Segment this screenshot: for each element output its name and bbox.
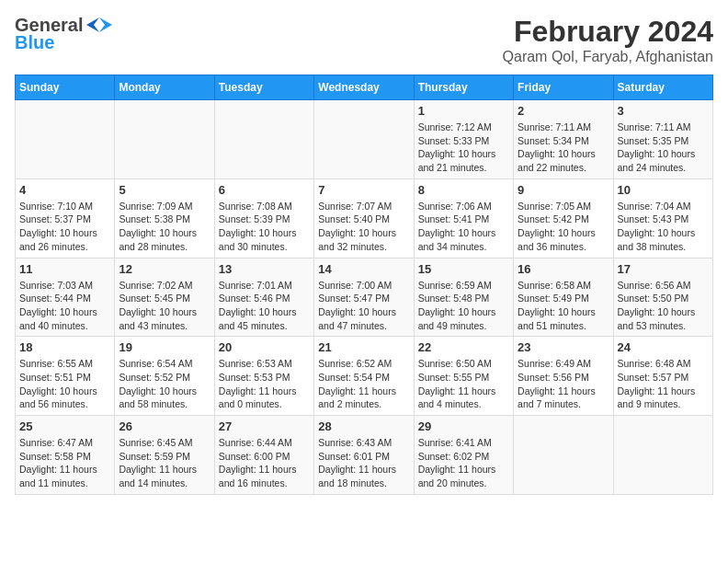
day-number: 20 bbox=[219, 340, 310, 354]
day-number: 23 bbox=[518, 340, 609, 354]
day-number: 14 bbox=[318, 262, 409, 276]
header-friday: Friday bbox=[514, 75, 613, 100]
day-number: 9 bbox=[518, 183, 609, 197]
header-monday: Monday bbox=[115, 75, 214, 100]
calendar-cell-w4-d6: 23Sunrise: 6:49 AMSunset: 5:56 PMDayligh… bbox=[514, 337, 613, 416]
day-info: Sunrise: 6:41 AMSunset: 6:02 PMDaylight:… bbox=[418, 436, 509, 490]
day-info: Sunrise: 6:44 AMSunset: 6:00 PMDaylight:… bbox=[219, 436, 310, 490]
day-info: Sunrise: 6:43 AMSunset: 6:01 PMDaylight:… bbox=[318, 436, 409, 490]
svg-marker-1 bbox=[86, 17, 99, 32]
calendar-cell-w2-d7: 10Sunrise: 7:04 AMSunset: 5:43 PMDayligh… bbox=[613, 178, 712, 258]
day-info: Sunrise: 7:07 AMSunset: 5:40 PMDaylight:… bbox=[318, 200, 409, 254]
calendar-cell-w4-d2: 19Sunrise: 6:54 AMSunset: 5:52 PMDayligh… bbox=[115, 337, 214, 416]
day-number: 6 bbox=[219, 183, 310, 197]
calendar-week-1: 1Sunrise: 7:12 AMSunset: 5:33 PMDaylight… bbox=[16, 100, 713, 179]
day-info: Sunrise: 7:03 AMSunset: 5:44 PMDaylight:… bbox=[19, 279, 110, 333]
calendar-cell-w1-d2 bbox=[115, 100, 214, 179]
day-number: 8 bbox=[418, 183, 509, 197]
calendar-cell-w2-d3: 6Sunrise: 7:08 AMSunset: 5:39 PMDaylight… bbox=[214, 178, 313, 258]
day-number: 24 bbox=[618, 340, 709, 354]
day-info: Sunrise: 6:59 AMSunset: 5:48 PMDaylight:… bbox=[418, 279, 509, 333]
day-number: 11 bbox=[19, 262, 110, 276]
calendar-cell-w3-d1: 11Sunrise: 7:03 AMSunset: 5:44 PMDayligh… bbox=[16, 258, 115, 337]
day-info: Sunrise: 7:12 AMSunset: 5:33 PMDaylight:… bbox=[418, 121, 509, 175]
day-number: 3 bbox=[618, 104, 709, 118]
day-info: Sunrise: 7:10 AMSunset: 5:37 PMDaylight:… bbox=[19, 200, 110, 254]
day-info: Sunrise: 6:55 AMSunset: 5:51 PMDaylight:… bbox=[19, 357, 110, 411]
calendar-cell-w3-d4: 14Sunrise: 7:00 AMSunset: 5:47 PMDayligh… bbox=[314, 258, 414, 337]
calendar-cell-w3-d3: 13Sunrise: 7:01 AMSunset: 5:46 PMDayligh… bbox=[214, 258, 313, 337]
day-info: Sunrise: 6:53 AMSunset: 5:53 PMDaylight:… bbox=[219, 357, 310, 411]
calendar-cell-w1-d1 bbox=[16, 100, 115, 179]
day-info: Sunrise: 6:52 AMSunset: 5:54 PMDaylight:… bbox=[318, 357, 409, 411]
day-info: Sunrise: 7:05 AMSunset: 5:42 PMDaylight:… bbox=[518, 200, 609, 254]
day-number: 25 bbox=[19, 419, 110, 433]
day-number: 13 bbox=[219, 262, 310, 276]
calendar-week-2: 4Sunrise: 7:10 AMSunset: 5:37 PMDaylight… bbox=[16, 178, 713, 258]
day-number: 5 bbox=[119, 183, 210, 197]
calendar-cell-w3-d7: 17Sunrise: 6:56 AMSunset: 5:50 PMDayligh… bbox=[613, 258, 712, 337]
page-header: General Blue February 2024 Qaram Qol, Fa… bbox=[15, 15, 713, 65]
calendar-header-row: Sunday Monday Tuesday Wednesday Thursday… bbox=[16, 75, 713, 100]
header-thursday: Thursday bbox=[414, 75, 513, 100]
day-number: 7 bbox=[318, 183, 409, 197]
svg-marker-0 bbox=[99, 17, 112, 32]
day-number: 29 bbox=[418, 419, 509, 433]
header-sunday: Sunday bbox=[16, 75, 115, 100]
day-info: Sunrise: 7:04 AMSunset: 5:43 PMDaylight:… bbox=[618, 200, 709, 254]
day-info: Sunrise: 7:11 AMSunset: 5:35 PMDaylight:… bbox=[618, 121, 709, 175]
day-info: Sunrise: 7:06 AMSunset: 5:41 PMDaylight:… bbox=[418, 200, 509, 254]
calendar-cell-w5-d6 bbox=[514, 416, 613, 495]
calendar-cell-w2-d1: 4Sunrise: 7:10 AMSunset: 5:37 PMDaylight… bbox=[16, 178, 115, 258]
calendar-cell-w4-d7: 24Sunrise: 6:48 AMSunset: 5:57 PMDayligh… bbox=[613, 337, 712, 416]
day-number: 10 bbox=[618, 183, 709, 197]
day-info: Sunrise: 7:01 AMSunset: 5:46 PMDaylight:… bbox=[219, 279, 310, 333]
day-info: Sunrise: 7:00 AMSunset: 5:47 PMDaylight:… bbox=[318, 279, 409, 333]
calendar-week-3: 11Sunrise: 7:03 AMSunset: 5:44 PMDayligh… bbox=[16, 258, 713, 337]
calendar-cell-w4-d3: 20Sunrise: 6:53 AMSunset: 5:53 PMDayligh… bbox=[214, 337, 313, 416]
calendar-cell-w4-d4: 21Sunrise: 6:52 AMSunset: 5:54 PMDayligh… bbox=[314, 337, 414, 416]
calendar-cell-w5-d1: 25Sunrise: 6:47 AMSunset: 5:58 PMDayligh… bbox=[16, 416, 115, 495]
day-number: 18 bbox=[19, 340, 110, 354]
header-wednesday: Wednesday bbox=[314, 75, 414, 100]
day-info: Sunrise: 7:02 AMSunset: 5:45 PMDaylight:… bbox=[119, 279, 210, 333]
day-number: 28 bbox=[318, 419, 409, 433]
day-number: 27 bbox=[219, 419, 310, 433]
day-info: Sunrise: 6:49 AMSunset: 5:56 PMDaylight:… bbox=[518, 357, 609, 411]
day-info: Sunrise: 6:50 AMSunset: 5:55 PMDaylight:… bbox=[418, 357, 509, 411]
calendar-cell-w5-d2: 26Sunrise: 6:45 AMSunset: 5:59 PMDayligh… bbox=[115, 416, 214, 495]
day-info: Sunrise: 6:45 AMSunset: 5:59 PMDaylight:… bbox=[119, 436, 210, 490]
calendar-cell-w1-d7: 3Sunrise: 7:11 AMSunset: 5:35 PMDaylight… bbox=[613, 100, 712, 179]
calendar-cell-w4-d5: 22Sunrise: 6:50 AMSunset: 5:55 PMDayligh… bbox=[414, 337, 513, 416]
day-info: Sunrise: 6:56 AMSunset: 5:50 PMDaylight:… bbox=[618, 279, 709, 333]
calendar-cell-w3-d2: 12Sunrise: 7:02 AMSunset: 5:45 PMDayligh… bbox=[115, 258, 214, 337]
calendar-cell-w5-d7 bbox=[613, 416, 712, 495]
calendar-cell-w1-d5: 1Sunrise: 7:12 AMSunset: 5:33 PMDaylight… bbox=[414, 100, 513, 179]
calendar-title: February 2024 bbox=[503, 15, 713, 49]
day-number: 15 bbox=[418, 262, 509, 276]
calendar-cell-w1-d4 bbox=[314, 100, 414, 179]
calendar-cell-w2-d2: 5Sunrise: 7:09 AMSunset: 5:38 PMDaylight… bbox=[115, 178, 214, 258]
logo-bird-icon bbox=[86, 16, 112, 36]
calendar-cell-w3-d5: 15Sunrise: 6:59 AMSunset: 5:48 PMDayligh… bbox=[414, 258, 513, 337]
calendar-cell-w5-d5: 29Sunrise: 6:41 AMSunset: 6:02 PMDayligh… bbox=[414, 416, 513, 495]
calendar-cell-w2-d6: 9Sunrise: 7:05 AMSunset: 5:42 PMDaylight… bbox=[514, 178, 613, 258]
day-info: Sunrise: 6:47 AMSunset: 5:58 PMDaylight:… bbox=[19, 436, 110, 490]
day-number: 21 bbox=[318, 340, 409, 354]
calendar-cell-w2-d4: 7Sunrise: 7:07 AMSunset: 5:40 PMDaylight… bbox=[314, 178, 414, 258]
calendar-cell-w2-d5: 8Sunrise: 7:06 AMSunset: 5:41 PMDaylight… bbox=[414, 178, 513, 258]
day-info: Sunrise: 7:11 AMSunset: 5:34 PMDaylight:… bbox=[518, 121, 609, 175]
day-number: 26 bbox=[119, 419, 210, 433]
calendar-cell-w4-d1: 18Sunrise: 6:55 AMSunset: 5:51 PMDayligh… bbox=[16, 337, 115, 416]
calendar-subtitle: Qaram Qol, Faryab, Afghanistan bbox=[503, 49, 713, 65]
calendar-week-5: 25Sunrise: 6:47 AMSunset: 5:58 PMDayligh… bbox=[16, 416, 713, 495]
calendar-cell-w3-d6: 16Sunrise: 6:58 AMSunset: 5:49 PMDayligh… bbox=[514, 258, 613, 337]
logo: General Blue bbox=[15, 15, 112, 53]
day-number: 12 bbox=[119, 262, 210, 276]
calendar-cell-w1-d3 bbox=[214, 100, 313, 179]
calendar-week-4: 18Sunrise: 6:55 AMSunset: 5:51 PMDayligh… bbox=[16, 337, 713, 416]
calendar-title-block: February 2024 Qaram Qol, Faryab, Afghani… bbox=[503, 15, 713, 65]
calendar-cell-w5-d4: 28Sunrise: 6:43 AMSunset: 6:01 PMDayligh… bbox=[314, 416, 414, 495]
day-info: Sunrise: 6:48 AMSunset: 5:57 PMDaylight:… bbox=[618, 357, 709, 411]
day-number: 17 bbox=[618, 262, 709, 276]
